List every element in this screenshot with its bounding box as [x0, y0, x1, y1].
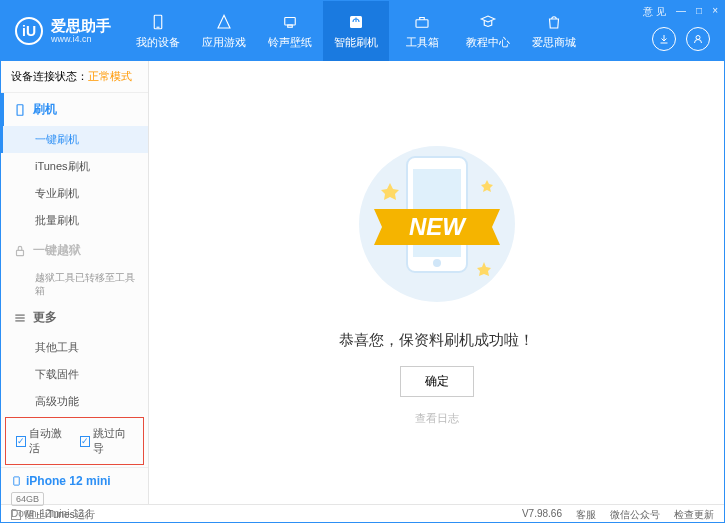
block-itunes-label: 阻止iTunes运行	[25, 508, 95, 522]
phone-icon	[13, 103, 27, 117]
sidebar-jailbreak-header: 一键越狱	[1, 234, 148, 267]
confirm-button[interactable]: 确定	[400, 366, 474, 397]
checkbox-auto-activate[interactable]: ✓自动激活	[16, 426, 70, 456]
svg-rect-5	[416, 20, 428, 28]
nav-label: 工具箱	[406, 35, 439, 50]
sidebar-more-header[interactable]: 更多	[1, 301, 148, 334]
nav-ringtone[interactable]: 铃声壁纸	[257, 1, 323, 61]
nav-label: 铃声壁纸	[268, 35, 312, 50]
app-name: 爱思助手	[51, 18, 111, 35]
checkbox-row: ✓自动激活 ✓跳过向导	[5, 417, 144, 465]
nav-label: 爱思商城	[532, 35, 576, 50]
nav-label: 智能刷机	[334, 35, 378, 50]
checkbox-skip-guide[interactable]: ✓跳过向导	[80, 426, 134, 456]
sidebar-item-other-tools[interactable]: 其他工具	[1, 334, 148, 361]
jailbreak-note: 越狱工具已转移至工具箱	[1, 267, 148, 301]
menu-icon	[13, 311, 27, 325]
sidebar-item-download-firmware[interactable]: 下载固件	[1, 361, 148, 388]
nav-my-device[interactable]: 我的设备	[125, 1, 191, 61]
storage-badge: 64GB	[11, 492, 44, 506]
checkbox-label: 自动激活	[29, 426, 69, 456]
main-content: NEW 恭喜您，保资料刷机成功啦！ 确定 查看日志	[149, 61, 724, 504]
nav-store[interactable]: 爱思商城	[521, 1, 587, 61]
svg-rect-7	[17, 104, 23, 115]
jailbreak-label: 一键越狱	[33, 242, 81, 259]
minimize-button[interactable]: —	[676, 5, 686, 19]
flash-header-label: 刷机	[33, 101, 57, 118]
more-label: 更多	[33, 309, 57, 326]
nav-flash[interactable]: 智能刷机	[323, 1, 389, 61]
maximize-button[interactable]: □	[696, 5, 702, 19]
svg-rect-12	[14, 477, 20, 485]
sidebar-item-itunes-flash[interactable]: iTunes刷机	[1, 153, 148, 180]
toolbox-icon	[412, 12, 432, 32]
wechat-link[interactable]: 微信公众号	[610, 508, 660, 522]
store-icon	[544, 12, 564, 32]
view-log-link[interactable]: 查看日志	[415, 411, 459, 426]
feedback-button[interactable]: 意 见	[643, 5, 666, 19]
close-button[interactable]: ×	[712, 5, 718, 19]
logo-icon: iU	[15, 17, 43, 45]
block-itunes-checkbox[interactable]	[11, 510, 21, 520]
connection-status: 设备连接状态：正常模式	[1, 61, 148, 93]
user-button[interactable]	[686, 27, 710, 51]
service-link[interactable]: 客服	[576, 508, 596, 522]
nav-apps[interactable]: 应用游戏	[191, 1, 257, 61]
svg-rect-2	[285, 18, 296, 26]
apps-icon	[214, 12, 234, 32]
new-badge-text: NEW	[409, 213, 467, 240]
sidebar: 设备连接状态：正常模式 刷机 一键刷机 iTunes刷机 专业刷机 批量刷机 一…	[1, 61, 149, 504]
status-label: 设备连接状态：	[11, 70, 88, 82]
nav-label: 应用游戏	[202, 35, 246, 50]
sidebar-item-onekey-flash[interactable]: 一键刷机	[1, 126, 148, 153]
nav: 我的设备 应用游戏 铃声壁纸 智能刷机 工具箱 教程中心 爱思商城	[125, 1, 587, 61]
status-value: 正常模式	[88, 70, 132, 82]
svg-rect-8	[17, 250, 24, 255]
svg-point-16	[433, 259, 441, 267]
checkbox-label: 跳过向导	[93, 426, 133, 456]
lock-icon	[13, 244, 27, 258]
nav-tutorial[interactable]: 教程中心	[455, 1, 521, 61]
success-illustration: NEW	[337, 139, 537, 313]
flash-icon	[346, 12, 366, 32]
svg-rect-3	[288, 25, 293, 27]
nav-toolbox[interactable]: 工具箱	[389, 1, 455, 61]
success-message: 恭喜您，保资料刷机成功啦！	[339, 331, 534, 350]
nav-label: 我的设备	[136, 35, 180, 50]
nav-label: 教程中心	[466, 35, 510, 50]
device-name[interactable]: iPhone 12 mini	[11, 474, 138, 488]
tutorial-icon	[478, 12, 498, 32]
ringtone-icon	[280, 12, 300, 32]
logo-area: iU 爱思助手 www.i4.cn	[1, 17, 125, 45]
update-link[interactable]: 检查更新	[674, 508, 714, 522]
user-controls	[652, 27, 710, 51]
device-icon	[148, 12, 168, 32]
window-controls: 意 见 — □ ×	[643, 5, 718, 19]
sidebar-item-batch-flash[interactable]: 批量刷机	[1, 207, 148, 234]
sidebar-flash-header[interactable]: 刷机	[1, 93, 148, 126]
sidebar-item-advanced[interactable]: 高级功能	[1, 388, 148, 415]
version-label: V7.98.66	[522, 508, 562, 522]
svg-point-6	[696, 36, 700, 40]
app-url: www.i4.cn	[51, 34, 111, 44]
header: iU 爱思助手 www.i4.cn 我的设备 应用游戏 铃声壁纸 智能刷机 工具…	[1, 1, 724, 61]
sidebar-item-pro-flash[interactable]: 专业刷机	[1, 180, 148, 207]
download-button[interactable]	[652, 27, 676, 51]
phone-icon	[11, 474, 22, 488]
